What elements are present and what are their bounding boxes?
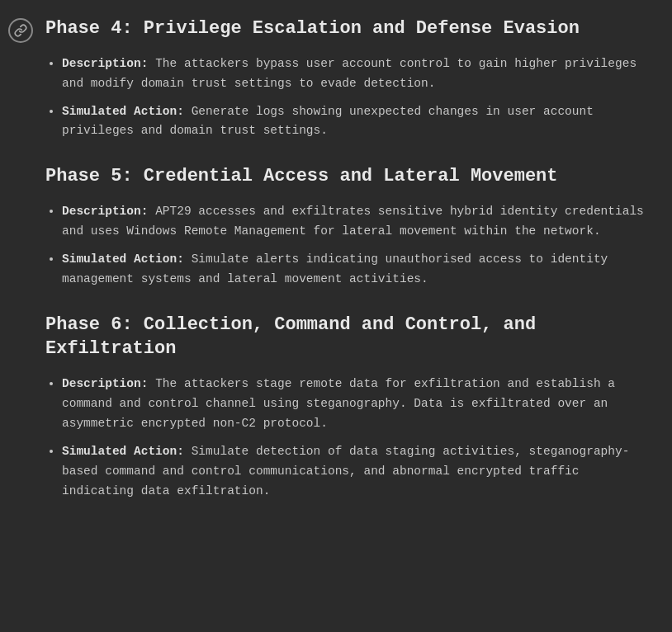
- phase-section-6: Phase 6: Collection, Command and Control…: [45, 313, 655, 502]
- bullet-label-4-1: Simulated Action:: [62, 105, 192, 118]
- link-svg-icon: [14, 24, 27, 37]
- phase-4-title: Phase 4: Privilege Escalation and Defens…: [45, 17, 655, 41]
- list-item: Description: The attackers stage remote …: [62, 375, 655, 434]
- bullet-label-4-0: Description:: [62, 57, 155, 70]
- bullet-label-6-1: Simulated Action:: [62, 445, 192, 458]
- phase-5-title: Phase 5: Credential Access and Lateral M…: [45, 164, 655, 189]
- phase-6-bullets: Description: The attackers stage remote …: [45, 375, 655, 502]
- list-item: Simulated Action: Generate logs showing …: [62, 102, 655, 142]
- phase-section-4: Phase 4: Privilege Escalation and Defens…: [45, 17, 655, 141]
- phase4-link-icon[interactable]: [8, 18, 33, 43]
- list-item: Simulated Action: Simulate alerts indica…: [62, 250, 655, 290]
- bullet-label-5-1: Simulated Action:: [62, 252, 192, 266]
- phases-container: Phase 4: Privilege Escalation and Defens…: [45, 17, 655, 502]
- list-item: Simulated Action: Simulate detection of …: [62, 442, 655, 502]
- phase-4-bullets: Description: The attackers bypass user a…: [45, 54, 655, 142]
- bullet-label-5-0: Description:: [62, 205, 155, 218]
- bullet-label-6-0: Description:: [62, 377, 155, 390]
- phase-section-5: Phase 5: Credential Access and Lateral M…: [45, 164, 655, 289]
- phase-5-bullets: Description: APT29 accesses and exfiltra…: [45, 202, 655, 290]
- list-item: Description: The attackers bypass user a…: [62, 54, 655, 94]
- phase-6-title: Phase 6: Collection, Command and Control…: [45, 313, 655, 361]
- list-item: Description: APT29 accesses and exfiltra…: [62, 202, 655, 242]
